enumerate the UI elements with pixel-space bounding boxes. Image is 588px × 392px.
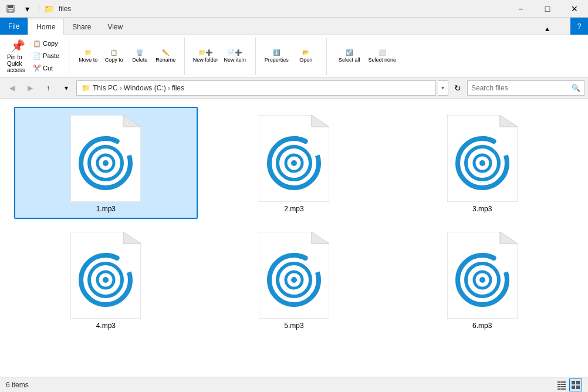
svg-rect-53	[572, 381, 575, 384]
svg-point-15	[291, 160, 297, 166]
file-icon-wrapper	[253, 229, 335, 320]
quick-access-dropdown[interactable]: ▾	[20, 2, 34, 16]
ribbon-group-open: ℹ️Properties 📂Open	[263, 38, 327, 75]
ribbon-select-all-button[interactable]: ☑️Select all	[334, 43, 364, 69]
tab-home[interactable]: Home	[28, 19, 64, 35]
svg-point-22	[479, 160, 485, 166]
file-item[interactable]: 6.mp3	[390, 224, 574, 336]
file-icon-wrapper	[441, 113, 523, 204]
file-icon-wrapper	[253, 113, 335, 204]
address-path[interactable]: 📁 This PC › Windows (C:) › files	[76, 80, 436, 96]
svg-rect-54	[576, 381, 580, 384]
status-bar: 6 items	[0, 377, 588, 392]
view-options	[555, 379, 582, 391]
svg-rect-56	[576, 386, 580, 389]
up-button[interactable]: ↑	[40, 80, 56, 96]
ribbon-group-organize: 📁Move to 📋Copy to 🗑️Delete ✏️Rename	[76, 38, 185, 75]
item-count: 6 items	[6, 381, 29, 389]
file-item[interactable]: 4.mp3	[14, 224, 198, 336]
file-name: 2.mp3	[284, 205, 303, 213]
search-box[interactable]: 🔍	[467, 80, 584, 96]
path-sep-2: ›	[168, 84, 170, 92]
file-item[interactable]: 5.mp3	[202, 224, 386, 336]
path-windows-c[interactable]: Windows (C:)	[124, 84, 166, 92]
details-view-button[interactable]	[555, 379, 568, 391]
path-this-pc[interactable]: This PC	[93, 84, 118, 92]
svg-rect-50	[560, 386, 566, 387]
svg-marker-11	[312, 115, 329, 127]
svg-marker-32	[312, 232, 329, 244]
file-icon-wrapper	[65, 229, 147, 320]
ribbon-delete-button[interactable]: 🗑️Delete	[128, 45, 151, 68]
file-grid: 1.mp3 2.mp3	[0, 99, 588, 377]
svg-rect-2	[8, 9, 13, 12]
ribbon-group-clipboard: 📌 Pin to Quickaccess 📋 Copy 📄 Paste ✂️ C…	[7, 38, 69, 75]
title-separator	[39, 4, 39, 13]
ribbon-new-item-button[interactable]: 📄➕New item	[221, 43, 248, 69]
file-icon-wrapper	[65, 113, 147, 204]
path-icon: 📁	[82, 84, 90, 92]
back-button[interactable]: ◀	[4, 80, 20, 96]
path-files[interactable]: files	[172, 84, 184, 92]
svg-rect-52	[560, 388, 566, 390]
ribbon-group-select: ☑️Select all ⬜Select none	[334, 38, 397, 75]
ribbon-rename-button[interactable]: ✏️Rename	[154, 45, 177, 68]
forward-button[interactable]: ▶	[22, 80, 38, 96]
svg-marker-18	[500, 115, 518, 127]
file-name: 1.mp3	[96, 205, 116, 213]
tab-view[interactable]: View	[99, 19, 131, 35]
ribbon-move-button[interactable]: 📁Move to	[76, 45, 100, 68]
file-name: 6.mp3	[472, 322, 492, 330]
address-dropdown[interactable]: ▾	[438, 80, 448, 96]
maximize-button[interactable]: □	[534, 0, 561, 18]
svg-marker-39	[500, 232, 518, 244]
ribbon-cut-button[interactable]: ✂️ Cut	[31, 63, 62, 74]
svg-rect-47	[557, 384, 560, 385]
quick-access-save[interactable]	[4, 2, 18, 16]
recent-locations-button[interactable]: ▾	[58, 80, 75, 96]
minimize-button[interactable]: −	[507, 0, 534, 18]
svg-point-8	[103, 160, 109, 166]
svg-rect-45	[557, 381, 560, 383]
ribbon-group-new: 📁➕New folder 📄➕New item	[192, 38, 256, 75]
ribbon-open-button[interactable]: 📂Open	[292, 43, 319, 69]
ribbon-pin-button[interactable]: 📌 Pin to Quickaccess	[7, 45, 28, 68]
tab-file[interactable]: File	[0, 18, 28, 35]
svg-rect-1	[8, 5, 13, 8]
address-bar: ◀ ▶ ↑ ▾ 📁 This PC › Windows (C:) › files…	[0, 77, 588, 99]
search-icon: 🔍	[572, 84, 580, 92]
file-name: 5.mp3	[284, 322, 303, 330]
svg-rect-55	[572, 386, 575, 389]
svg-rect-49	[557, 386, 560, 387]
ribbon-properties-button[interactable]: ℹ️Properties	[263, 43, 290, 69]
ribbon-paste-button[interactable]: 📄 Paste	[31, 50, 62, 62]
file-name: 4.mp3	[96, 322, 116, 330]
file-item[interactable]: 2.mp3	[202, 107, 386, 219]
ribbon-content: 📌 Pin to Quickaccess 📋 Copy 📄 Paste ✂️ C…	[0, 35, 588, 77]
window-title: files	[59, 5, 71, 13]
svg-point-29	[103, 277, 109, 283]
path-sep-1: ›	[120, 84, 122, 92]
large-icons-view-button[interactable]	[569, 379, 582, 391]
file-item[interactable]: 3.mp3	[390, 107, 574, 219]
search-input[interactable]	[471, 84, 569, 92]
main-area: 1.mp3 2.mp3	[0, 99, 588, 377]
ribbon-copy-to-button[interactable]: 📋Copy to	[102, 45, 126, 68]
help-button[interactable]: ?	[570, 18, 588, 35]
file-item[interactable]: 1.mp3	[14, 107, 198, 219]
svg-rect-48	[560, 384, 566, 385]
svg-rect-46	[560, 381, 566, 383]
svg-marker-25	[123, 232, 141, 244]
svg-rect-51	[557, 388, 560, 390]
file-name: 3.mp3	[472, 205, 492, 213]
ribbon-collapse[interactable]: ▲	[542, 23, 553, 35]
refresh-button[interactable]: ↻	[450, 80, 465, 96]
svg-point-43	[479, 277, 485, 283]
ribbon-copy-button[interactable]: 📋 Copy	[31, 38, 62, 49]
tab-share[interactable]: Share	[64, 19, 99, 35]
ribbon-select-none-button[interactable]: ⬜Select none	[367, 43, 397, 69]
folder-icon: 📁	[44, 4, 54, 13]
ribbon-new-folder-button[interactable]: 📁➕New folder	[192, 43, 219, 69]
close-button[interactable]: ✕	[561, 0, 588, 18]
file-icon-wrapper	[441, 229, 523, 320]
